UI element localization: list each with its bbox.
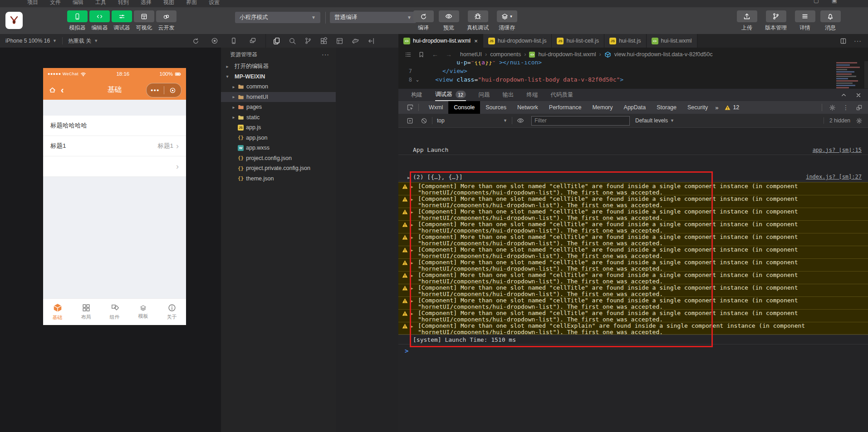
- code-line[interactable]: u-p="{{a}}" ></hui-icon>: [398, 61, 868, 67]
- outline-list-icon[interactable]: [405, 51, 412, 58]
- expand-arrow-icon[interactable]: ▶: [411, 197, 415, 202]
- expand-arrow-icon[interactable]: ▶: [407, 175, 413, 180]
- toolbar-button-消息[interactable]: 消息: [818, 10, 843, 32]
- console-row-clipped[interactable]: App Launch app.js? [sm]:15: [398, 148, 868, 155]
- code-line[interactable]: 7 </view>: [398, 67, 868, 75]
- console-log-area[interactable]: App Launch app.js? [sm]:15 ▶ (2) [{…}, {…: [398, 128, 868, 432]
- console-warning-row[interactable]: ▶[Component] More than one slot named "c…: [398, 195, 868, 208]
- windows2-icon[interactable]: [249, 37, 256, 44]
- panel-tab-输出[interactable]: 输出: [503, 89, 514, 101]
- clear-console-icon[interactable]: [421, 117, 427, 124]
- phone-tab-基础[interactable]: 基础: [43, 299, 72, 325]
- code-line[interactable]: 8⌄ <view class="hui-dropdown-list-body d…: [398, 75, 868, 84]
- editor-tab-hui-dropdown-list.js[interactable]: JShui-dropdown-list.js: [483, 34, 552, 48]
- list-cell[interactable]: ›: [43, 156, 186, 177]
- list-cell[interactable]: 标题哈哈哈哈: [43, 116, 186, 136]
- tabs-overflow-icon[interactable]: »: [715, 104, 718, 111]
- devtools-tab-Sources[interactable]: Sources: [480, 101, 512, 114]
- console-warning-row[interactable]: ▶[Component] More than one slot named "c…: [398, 208, 868, 220]
- expand-arrow-icon[interactable]: ▶: [411, 184, 415, 189]
- console-filter-input[interactable]: [531, 116, 630, 126]
- menu-item[interactable]: 文件: [50, 0, 61, 6]
- tree-item-theme.json[interactable]: {}theme.json: [221, 174, 336, 184]
- toolbar-button-模拟器[interactable]: 模拟器: [66, 10, 88, 32]
- fold-chevron-icon[interactable]: ⌄: [414, 77, 421, 82]
- breadcrumb-item[interactable]: hornetUI: [460, 51, 482, 58]
- tree-chevron-icon[interactable]: ▸: [225, 64, 230, 69]
- device-phone-icon[interactable]: [230, 37, 237, 44]
- compile-mode-select[interactable]: 普通编译 ▼: [330, 12, 416, 23]
- nav-forward-icon[interactable]: →: [446, 51, 452, 58]
- editor-tab-hui-list-cell.js[interactable]: JShui-list-cell.js: [552, 34, 604, 48]
- nav-back-icon[interactable]: ←: [432, 51, 438, 58]
- list-cell[interactable]: 标题1标题1›: [43, 136, 186, 156]
- capsule-close-button[interactable]: [164, 87, 181, 94]
- phone-tab-布局[interactable]: 布局: [72, 299, 100, 325]
- panel-tab-调试器[interactable]: 调试器12: [435, 89, 466, 101]
- devtools-tab-Network[interactable]: Network: [512, 101, 544, 114]
- tree-chevron-icon[interactable]: ▸: [231, 84, 236, 89]
- whale-icon[interactable]: [352, 37, 359, 45]
- breadcrumb-item[interactable]: components: [490, 51, 521, 58]
- explorer-more-icon[interactable]: ···: [322, 51, 329, 58]
- devtools-tab-Storage[interactable]: Storage: [651, 101, 682, 114]
- menu-item[interactable]: 视图: [163, 0, 174, 6]
- devtools-tab-Memory[interactable]: Memory: [587, 101, 618, 114]
- tree-item-hornetUI[interactable]: ▸hornetUI: [221, 92, 336, 102]
- files-icon[interactable]: [273, 37, 280, 45]
- source-link[interactable]: app.js? [sm]:15: [813, 148, 862, 153]
- more-actions-icon[interactable]: ···: [854, 37, 862, 44]
- expand-arrow-icon[interactable]: ▶: [411, 223, 415, 227]
- minimap[interactable]: [836, 62, 863, 88]
- expand-arrow-icon[interactable]: ▶: [411, 299, 415, 303]
- source-link[interactable]: index.js? [sm]:27: [806, 174, 862, 180]
- devtools-tab-Security[interactable]: Security: [682, 101, 713, 114]
- collapse-icon[interactable]: [368, 37, 375, 45]
- devtools-tab-AppData[interactable]: AppData: [618, 101, 652, 114]
- toolbar-button-版本管理[interactable]: 版本管理: [760, 10, 792, 32]
- context-select[interactable]: top▼: [437, 117, 507, 124]
- menu-item[interactable]: 界面: [186, 0, 197, 6]
- user-icon[interactable]: ▣: [832, 0, 837, 4]
- console-settings-gear-icon[interactable]: [856, 117, 863, 124]
- settings-gear-icon[interactable]: [829, 104, 836, 111]
- tree-item-app.js[interactable]: JSapp.js: [221, 122, 336, 133]
- toolbar-button-编译[interactable]: 编译: [411, 10, 436, 32]
- menu-item[interactable]: 项目: [27, 0, 38, 6]
- phone-tab-模板[interactable]: 模板: [129, 299, 157, 325]
- branch-icon[interactable]: [304, 37, 312, 44]
- phone-tab-组件[interactable]: 组件: [100, 299, 129, 325]
- expand-arrow-icon[interactable]: ▶: [411, 286, 415, 291]
- expand-arrow-icon[interactable]: ▶: [411, 248, 415, 252]
- editor-scrollbar[interactable]: [864, 61, 868, 88]
- editor-tab-hui-list.wxml[interactable]: <>hui-list.wxml: [647, 34, 697, 48]
- menu-item[interactable]: 工具: [95, 0, 106, 6]
- capsule-more-button[interactable]: ●●●: [147, 88, 164, 92]
- toolbar-button-调试器[interactable]: 调试器: [111, 10, 133, 32]
- tree-item-app.wxss[interactable]: Wapp.wxss: [221, 143, 336, 153]
- console-warning-row[interactable]: ▶[Component] More than one slot named "c…: [398, 296, 868, 309]
- menu-item[interactable]: 编辑: [73, 0, 83, 6]
- inspect-element-icon[interactable]: [407, 104, 414, 111]
- tree-chevron-icon[interactable]: ▸: [231, 115, 236, 120]
- panel-tab-构建[interactable]: 构建: [411, 89, 422, 101]
- console-sidebar-icon[interactable]: [407, 117, 413, 124]
- code-editor[interactable]: u-p="{{a}}" ></hui-icon>7 </view>8⌄ <vie…: [398, 61, 868, 88]
- live-expression-eye-icon[interactable]: [517, 117, 524, 124]
- console-warning-row[interactable]: ▶[Component] More than one slot named "c…: [398, 182, 868, 195]
- tree-chevron-icon[interactable]: ▾: [225, 74, 230, 79]
- console-warning-row[interactable]: ▶[Component] More than one slot named "c…: [398, 246, 868, 258]
- tree-chevron-icon[interactable]: ▸: [231, 105, 236, 110]
- expand-arrow-icon[interactable]: ▶: [411, 235, 415, 240]
- editor-tab-hui-list.js[interactable]: JShui-list.js: [604, 34, 647, 48]
- tree-item-static[interactable]: ▸static: [221, 112, 336, 123]
- console-warning-row[interactable]: ▶[Component] More than one slot named "c…: [398, 220, 868, 233]
- search-icon[interactable]: [289, 37, 296, 45]
- mode-select[interactable]: 小程序模式 ▼: [235, 12, 320, 23]
- menu-item[interactable]: 设置: [209, 0, 220, 6]
- breadcrumb-item[interactable]: hui-dropdown-list.wxml: [538, 51, 596, 58]
- toolbar-button-可视化[interactable]: 可视化: [133, 10, 155, 32]
- hot-reload-toggle[interactable]: 热重载 关: [68, 37, 91, 45]
- expand-arrow-icon[interactable]: ▶: [411, 324, 415, 329]
- bookmark-icon[interactable]: [418, 51, 425, 58]
